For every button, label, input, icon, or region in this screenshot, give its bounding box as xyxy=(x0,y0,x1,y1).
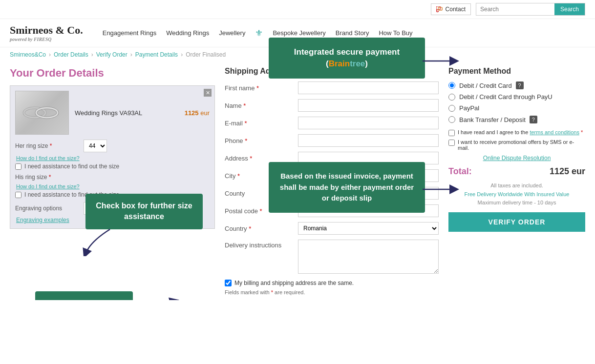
breadcrumb-sep4: › xyxy=(181,51,183,58)
nav-brand-story[interactable]: Brand Story xyxy=(336,29,369,37)
note3: Maximum delivery time - 10 days xyxy=(448,199,585,207)
first-name-label: First name * xyxy=(225,84,293,92)
billing-same-checkbox[interactable] xyxy=(225,280,232,286)
country-select[interactable]: Romania United Kingdom Germany France xyxy=(298,222,439,235)
contact-button[interactable]: Contact xyxy=(431,3,471,15)
arrow-braintree xyxy=(420,54,459,68)
note2: Free Delivery Worldwide With Insured Val… xyxy=(448,190,585,199)
breadcrumb-verify[interactable]: Verify Order xyxy=(96,51,128,58)
terms-checkbox[interactable] xyxy=(448,130,455,136)
braintree-text: Integrated secure payment (Braintree) xyxy=(278,46,415,70)
nav-icon: ⚜ xyxy=(255,28,263,39)
name-label: Name * xyxy=(225,102,293,109)
breadcrumb-order-details[interactable]: Order Details xyxy=(54,51,88,58)
payment-radio-payu[interactable] xyxy=(448,94,455,101)
address-label: Address * xyxy=(225,155,293,162)
payment-label-debit: Debit / Credit Card xyxy=(459,82,512,89)
terms-text: I have read and I agree to the terms and… xyxy=(458,129,583,135)
nav-jewellery[interactable]: Jewellery xyxy=(219,29,245,37)
tooltip-engrave: Choose engraving options xyxy=(35,291,133,300)
her-assistance-label: I need assistance to find out the size xyxy=(24,163,119,170)
nav-how-to-buy[interactable]: How To Buy xyxy=(379,29,412,37)
delivery-label: Delivery instructions xyxy=(225,240,293,249)
billing-same-row: My billing and shipping address are the … xyxy=(225,280,439,286)
nav-wedding-rings[interactable]: Wedding Rings xyxy=(166,29,209,37)
product-image xyxy=(15,91,69,135)
dispute-link[interactable]: Online Dispute Resolution xyxy=(448,155,585,162)
search-bar: Search xyxy=(476,3,585,16)
terms-row: I have read and I agree to the terms and… xyxy=(448,129,585,136)
her-assistance-row: I need assistance to find out the size xyxy=(15,163,210,170)
terms-link[interactable]: terms and conditions xyxy=(530,129,579,135)
promo-row: I want to receive promotional offers by … xyxy=(448,139,585,151)
email-field: E-mail * xyxy=(225,117,439,129)
payment-option-debit: Debit / Credit Card ? xyxy=(448,81,585,89)
his-ring-label: His ring size * xyxy=(15,174,79,181)
breadcrumb-payment[interactable]: Payment Details xyxy=(135,51,178,58)
name-input[interactable] xyxy=(298,99,439,112)
his-assistance-checkbox[interactable] xyxy=(15,192,21,198)
email-label: E-mail * xyxy=(225,120,293,127)
delivery-textarea[interactable] xyxy=(298,240,439,274)
logo: Smirneos & Co. powered by FIRESQ xyxy=(10,24,83,42)
center-panel: Shipping Address First name * Name * E-m… xyxy=(225,67,439,295)
payment-radio-paypal[interactable] xyxy=(448,105,455,112)
fields-note: Fields marked with * are required. xyxy=(225,289,439,295)
her-ring-select[interactable]: 44454647 xyxy=(84,140,107,152)
logo-main: Smirneos & Co. xyxy=(10,24,83,37)
her-size-help[interactable]: How do I find out the size? xyxy=(16,155,210,161)
total-row: Total: 1125 eur xyxy=(448,166,585,177)
total-notes: All taxes are included. Free Delivery Wo… xyxy=(448,182,585,207)
payment-label-payu: Debit / Credit Card through PayU xyxy=(459,93,552,101)
breadcrumb-sep3: › xyxy=(130,51,132,58)
phone-icon xyxy=(436,6,443,12)
first-name-field: First name * xyxy=(225,81,439,94)
product-name: Wedding Rings VA93AL xyxy=(75,109,179,117)
phone-field: Phone * xyxy=(225,134,439,147)
payment-title: Payment Method xyxy=(448,67,585,76)
first-name-input[interactable] xyxy=(298,81,439,94)
left-panel: Your Order Details ✕ Wedding Rings VA93A… xyxy=(10,67,215,295)
tooltip-invoice: Based on the issued invoice, payment sha… xyxy=(269,162,425,213)
bank-help-icon[interactable]: ? xyxy=(530,116,537,123)
nav-bespoke[interactable]: Bespoke Jewellery xyxy=(273,29,325,37)
tooltip-size: Check box for further size assistance xyxy=(85,194,203,229)
breadcrumb-sep2: › xyxy=(91,51,93,58)
breadcrumb-home[interactable]: Smirneos&Co xyxy=(10,51,46,58)
verify-order-button[interactable]: VERIFY ORDER xyxy=(448,212,585,232)
phone-input[interactable] xyxy=(298,134,439,147)
her-assistance-checkbox[interactable] xyxy=(15,163,21,170)
country-label: Country * xyxy=(225,225,293,232)
arrow-size xyxy=(81,227,120,256)
breadcrumb-finalised: Order Finalised xyxy=(186,51,226,58)
payment-option-paypal: PayPal xyxy=(448,104,585,112)
payment-radio-bank[interactable] xyxy=(448,116,455,123)
contact-label: Contact xyxy=(446,6,466,13)
rings-svg xyxy=(20,96,64,130)
payment-radio-debit[interactable] xyxy=(448,82,455,89)
breadcrumb-sep1: › xyxy=(49,51,51,58)
his-size-help[interactable]: How do I find out the size? xyxy=(16,183,210,189)
svg-point-5 xyxy=(36,108,58,118)
email-input[interactable] xyxy=(298,117,439,129)
invoice-text: Based on the issued invoice, payment sha… xyxy=(278,171,415,204)
arrow-invoice xyxy=(420,182,459,197)
payment-label-paypal: PayPal xyxy=(459,104,479,112)
page-title: Your Order Details xyxy=(10,67,215,80)
promo-checkbox[interactable] xyxy=(448,140,455,146)
search-button[interactable]: Search xyxy=(554,3,585,15)
nav-engagement-rings[interactable]: Engagement Rings xyxy=(103,29,157,37)
search-input[interactable] xyxy=(476,4,554,15)
close-button[interactable]: ✕ xyxy=(204,89,212,97)
terms-section: I have read and I agree to the terms and… xyxy=(448,129,585,151)
tooltip-braintree: Integrated secure payment (Braintree) xyxy=(269,38,425,79)
product-row: Wedding Rings VA93AL 1125 eur xyxy=(15,91,210,135)
logo-sub: powered by FIRESQ xyxy=(10,37,83,42)
debit-help-icon[interactable]: ? xyxy=(516,81,524,89)
right-panel: Payment Method Debit / Credit Card ? Deb… xyxy=(448,67,585,295)
payment-option-payu: Debit / Credit Card through PayU xyxy=(448,93,585,101)
main-content: Your Order Details ✕ Wedding Rings VA93A… xyxy=(0,62,595,300)
payment-option-bank: Bank Transfer / Deposit ? xyxy=(448,116,585,123)
arrow-engrave xyxy=(130,296,179,300)
his-ring-row: His ring size * xyxy=(15,174,210,181)
